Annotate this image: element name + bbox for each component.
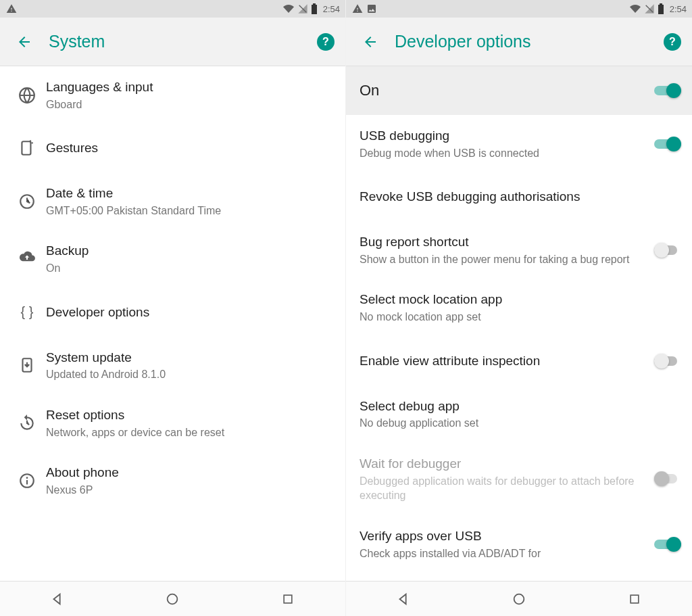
item-label: Verify apps over USB (360, 527, 646, 545)
svg-rect-6 (284, 595, 292, 603)
option-select-debug-app[interactable]: Select debug app No debug application se… (346, 385, 692, 443)
page-title: Developer options (395, 32, 664, 51)
back-button[interactable] (11, 28, 38, 55)
settings-item-developer-options[interactable]: { } Developer options (0, 288, 345, 337)
settings-list: Languages & input Gboard Gestures (0, 66, 345, 581)
developer-options-screen: 2:54 Developer options ? On USB debuggin… (346, 0, 692, 616)
option-wait-for-debugger: Wait for debugger Debugged application w… (346, 443, 692, 515)
nav-overview-button[interactable] (268, 586, 308, 613)
alert-icon (5, 3, 18, 14)
settings-item-about[interactable]: About phone Nexus 6P (0, 452, 345, 509)
gestures-icon (8, 139, 46, 157)
settings-item-backup[interactable]: Backup On (0, 230, 345, 287)
option-verify-apps-usb[interactable]: Verify apps over USB Check apps installe… (346, 515, 692, 564)
globe-icon (8, 87, 46, 104)
settings-item-languages[interactable]: Languages & input Gboard (0, 66, 345, 124)
item-sublabel: No debug application set (360, 416, 673, 431)
toggle-switch[interactable] (654, 83, 681, 98)
item-sublabel: Debugged application waits for debugger … (360, 474, 646, 503)
item-label: Wait for debugger (360, 455, 646, 473)
status-bar: 2:54 (0, 0, 345, 18)
toggle-switch[interactable] (654, 354, 681, 369)
developer-options-list: On USB debugging Debug mode when USB is … (346, 66, 692, 581)
toggle-switch[interactable] (654, 243, 681, 258)
option-view-attr-inspection[interactable]: Enable view attribute inspection (346, 337, 692, 385)
battery-icon (311, 3, 318, 14)
item-sublabel: GMT+05:00 Pakistan Standard Time (46, 204, 326, 218)
item-label: Languages & input (46, 78, 326, 96)
toggle-switch (654, 471, 681, 486)
signal-icon (297, 3, 308, 14)
system-settings-screen: 2:54 System ? Languages & input Gboard (0, 0, 346, 616)
item-label: Select debug app (360, 398, 673, 415)
option-usb-debugging[interactable]: USB debugging Debug mode when USB is con… (346, 115, 692, 172)
nav-home-button[interactable] (152, 586, 193, 613)
item-label: Date & time (46, 185, 326, 202)
image-icon (366, 3, 377, 14)
svg-rect-0 (22, 141, 30, 155)
item-label: Reset options (46, 406, 326, 424)
cloud-upload-icon (8, 250, 46, 268)
clock-icon (8, 193, 46, 210)
developer-options-master-toggle[interactable]: On (346, 66, 692, 115)
page-title: System (49, 32, 317, 51)
status-time: 2:54 (323, 4, 340, 14)
app-bar: System ? (0, 18, 345, 66)
item-label: Backup (46, 242, 326, 260)
item-label: Developer options (46, 304, 326, 321)
item-label: USB debugging (360, 127, 646, 145)
item-sublabel: Gboard (46, 97, 326, 112)
item-sublabel: Network, apps or device can be reset (46, 425, 326, 440)
app-bar: Developer options ? (346, 18, 692, 66)
alert-icon (351, 3, 364, 14)
help-button[interactable]: ? (317, 33, 335, 51)
braces-icon: { } (8, 304, 46, 320)
reset-icon (8, 414, 46, 432)
item-sublabel: Nexus 6P (46, 483, 326, 498)
wifi-icon (629, 3, 641, 14)
item-sublabel: Updated to Android 8.1.0 (46, 367, 326, 382)
master-toggle-label: On (360, 80, 646, 101)
svg-point-4 (26, 477, 28, 479)
option-bugreport-shortcut[interactable]: Bug report shortcut Show a button in the… (346, 221, 692, 279)
info-icon (8, 472, 46, 490)
option-mock-location[interactable]: Select mock location app No mock locatio… (346, 279, 692, 336)
item-label: System update (46, 349, 326, 366)
nav-back-button[interactable] (383, 586, 424, 613)
nav-overview-button[interactable] (614, 586, 655, 613)
item-label: Select mock location app (360, 291, 673, 308)
nav-home-button[interactable] (499, 586, 539, 613)
settings-item-reset[interactable]: Reset options Network, apps or device ca… (0, 394, 345, 452)
status-bar: 2:54 (346, 0, 692, 18)
navigation-bar (0, 581, 345, 616)
svg-rect-8 (631, 595, 639, 603)
item-sublabel: Check apps installed via ADB/ADT for (360, 546, 646, 561)
wifi-icon (282, 3, 295, 14)
toggle-switch[interactable] (654, 537, 681, 552)
item-label: About phone (46, 464, 326, 481)
item-label: Enable view attribute inspection (360, 352, 646, 370)
toggle-switch[interactable] (654, 137, 681, 151)
svg-point-5 (168, 594, 178, 604)
settings-item-system-update[interactable]: System update Updated to Android 8.1.0 (0, 337, 345, 394)
settings-item-datetime[interactable]: Date & time GMT+05:00 Pakistan Standard … (0, 172, 345, 230)
battery-icon (658, 3, 664, 14)
item-label: Revoke USB debugging authorisations (360, 188, 673, 206)
item-label: Gestures (46, 139, 326, 157)
help-button[interactable]: ? (664, 33, 681, 51)
signal-icon (644, 3, 655, 14)
item-sublabel: No mock location app set (360, 310, 673, 325)
item-sublabel: Debug mode when USB is connected (360, 146, 646, 161)
status-time: 2:54 (670, 4, 687, 14)
option-revoke-usb-auth[interactable]: Revoke USB debugging authorisations (346, 172, 692, 221)
navigation-bar (346, 581, 692, 616)
svg-point-7 (514, 594, 524, 604)
settings-item-gestures[interactable]: Gestures (0, 124, 345, 172)
back-button[interactable] (357, 28, 384, 55)
nav-back-button[interactable] (37, 586, 78, 613)
update-icon (8, 356, 46, 374)
item-label: Bug report shortcut (360, 233, 646, 251)
item-sublabel: On (46, 261, 326, 276)
item-sublabel: Show a button in the power menu for taki… (360, 252, 646, 267)
